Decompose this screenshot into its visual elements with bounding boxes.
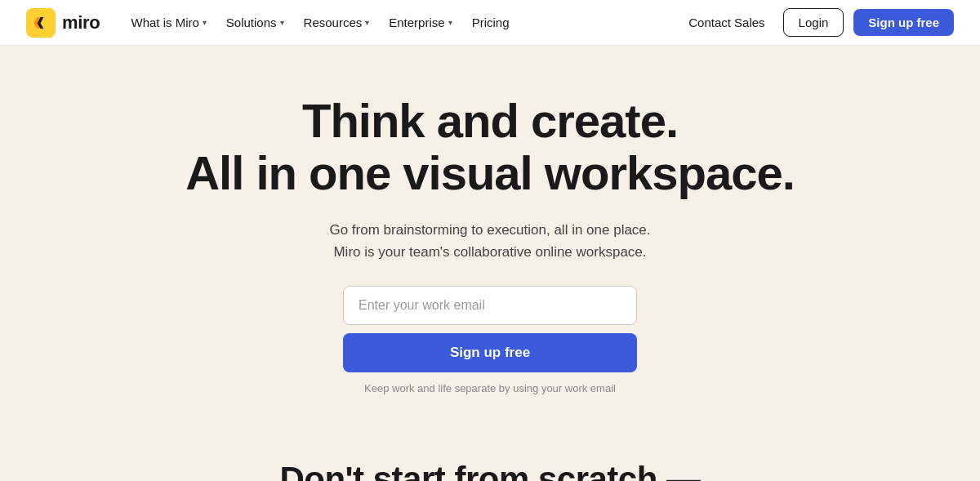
logo[interactable]: miro: [26, 8, 100, 38]
nav-item-pricing[interactable]: Pricing: [464, 9, 518, 36]
bottom-title: Don't start from scratch — dive right in…: [0, 460, 980, 481]
hero-title: Think and create. All in one visual work…: [185, 95, 795, 199]
nav-item-resources[interactable]: Resources ▾: [296, 9, 378, 36]
email-input[interactable]: [343, 286, 637, 325]
hero-subtitle-line2: Miro is your team's collaborative online…: [333, 244, 646, 260]
nav-label-solutions: Solutions: [226, 16, 277, 29]
chevron-down-icon: ▾: [365, 18, 369, 27]
bottom-title-line1: Don't start from scratch —: [279, 460, 700, 481]
nav-label-pricing: Pricing: [472, 16, 510, 29]
contact-sales-link[interactable]: Contact Sales: [680, 9, 773, 36]
bottom-section: Don't start from scratch — dive right in…: [0, 427, 980, 481]
hero-title-line1: Think and create.: [302, 94, 678, 147]
chevron-down-icon: ▾: [280, 18, 284, 27]
navbar-left: miro What is Miro ▾ Solutions ▾ Resource…: [26, 8, 517, 38]
nav-item-solutions[interactable]: Solutions ▾: [218, 9, 292, 36]
nav-signup-button[interactable]: Sign up free: [853, 9, 954, 36]
nav-links: What is Miro ▾ Solutions ▾ Resources ▾ E…: [122, 9, 517, 36]
hero-signup-button[interactable]: Sign up free: [343, 333, 637, 372]
hero-section: Think and create. All in one visual work…: [0, 46, 980, 427]
hero-title-line2: All in one visual workspace.: [185, 146, 795, 199]
login-button[interactable]: Login: [783, 8, 844, 37]
nav-item-what-is-miro[interactable]: What is Miro ▾: [122, 9, 214, 36]
nav-label-what-is-miro: What is Miro: [131, 16, 198, 29]
hero-form: Sign up free Keep work and life separate…: [343, 286, 637, 394]
chevron-down-icon: ▾: [448, 18, 452, 27]
nav-label-resources: Resources: [304, 16, 363, 29]
logo-icon: [26, 8, 56, 38]
hero-note: Keep work and life separate by using you…: [364, 382, 616, 394]
nav-item-enterprise[interactable]: Enterprise ▾: [381, 9, 460, 36]
navbar: miro What is Miro ▾ Solutions ▾ Resource…: [0, 0, 980, 46]
hero-subtitle: Go from brainstorming to execution, all …: [329, 219, 650, 263]
navbar-right: Contact Sales Login Sign up free: [680, 8, 954, 37]
logo-text: miro: [62, 12, 100, 33]
hero-subtitle-line1: Go from brainstorming to execution, all …: [329, 222, 650, 238]
chevron-down-icon: ▾: [203, 18, 207, 27]
nav-label-enterprise: Enterprise: [389, 16, 444, 29]
